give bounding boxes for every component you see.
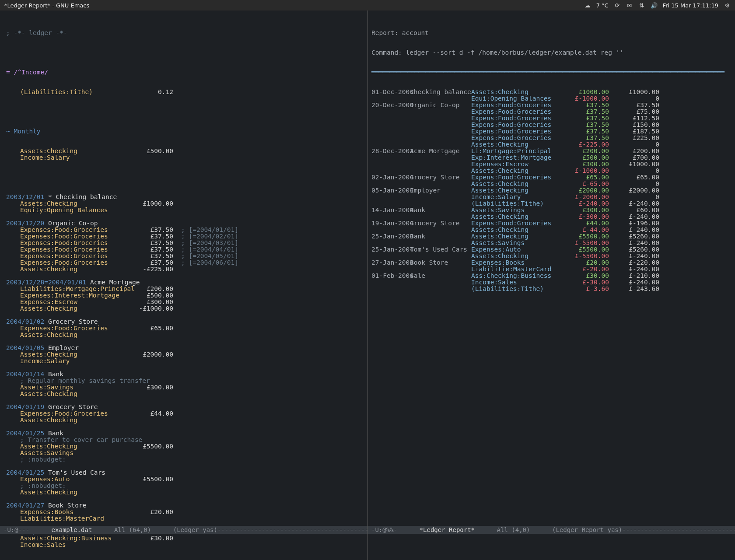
report-row: (Liabilities:Tithe)£-240.00£-240.00 [371, 200, 732, 207]
modeline-buffer: example.dat [52, 527, 92, 533]
txn-header: 2004/01/25 Bank [6, 430, 365, 437]
posting-account: Liabilities:MasterCard [20, 515, 121, 522]
posting-account: Income:Sales [20, 542, 121, 548]
report-row: Assets:Checking£-300.00£-240.00 [371, 214, 732, 220]
posting-account: Assets:Checking [20, 417, 121, 424]
posting-line: Expenses:Food:Groceries£37.50; [=2004/04… [6, 246, 365, 253]
report-balance: £-240.00 [609, 279, 659, 286]
weather-icon: ☁ [584, 2, 591, 9]
posting-amount: £300.00 [121, 384, 173, 391]
report-balance: £150.00 [609, 122, 659, 128]
posting-line: Expenses:Escrow£300.00 [6, 299, 365, 305]
editor-pane[interactable]: ; -*- ledger -*- = /^Income/ (Liabilitie… [0, 10, 368, 560]
report-amount: £-3.60 [559, 286, 609, 292]
report-balance: £5260.00 [609, 233, 659, 240]
weather-text: 7 °C [596, 2, 609, 9]
report-amount: £-20.00 [559, 266, 609, 273]
report-date: 14-Jan-2004 [371, 207, 410, 214]
report-row: 25-Jan-2004BankAssets:Checking£5500.00£5… [371, 233, 732, 240]
report-amount: £2000.00 [559, 187, 609, 194]
txn-header: 2004/01/14 Bank [6, 371, 365, 378]
report-row: Assets:Savings£-5500.00£-240.00 [371, 240, 732, 246]
report-title: Report: account [371, 30, 732, 36]
report-account: Liabilitie:MasterCard [471, 266, 559, 273]
posting-line: Assets:Checking£5500.00 [6, 443, 365, 450]
report-amount: £-300.00 [559, 214, 609, 220]
report-account: Expens:Food:Groceries [471, 128, 559, 135]
report-row: Income:Sales£-30.00£-240.00 [371, 279, 732, 286]
report-payee: Checking balance [410, 89, 471, 95]
volume-icon[interactable]: 🔊 [651, 2, 658, 9]
window-title: *Ledger Report* - GNU Emacs [4, 2, 89, 9]
report-payee: Grocery Store [410, 174, 471, 181]
posting-amount: 0.12 [121, 89, 173, 95]
posting-account: Expenses:Food:Groceries [20, 240, 121, 246]
report-date: 25-Jan-2004 [371, 246, 410, 253]
txn-header: 2004/01/27 Book Store [6, 502, 365, 509]
report-row: Income:Salary£-2000.000 [371, 194, 732, 200]
report-amount: £5500.00 [559, 246, 609, 253]
report-account: Assets:Checking [471, 141, 559, 148]
report-account: Exp:Interest:Mortgage [471, 154, 559, 161]
report-payee: Organic Co-op [410, 102, 471, 108]
posting-amount: £5500.00 [121, 443, 173, 450]
report-amount: £-1000.00 [559, 168, 609, 174]
posting-tag: ; [=2004/03/01] [173, 240, 365, 246]
report-balance: £1000.00 [609, 161, 659, 168]
report-account: Expens:Food:Groceries [471, 220, 559, 227]
report-account: Assets:Checking [471, 187, 559, 194]
report-balance: 0 [609, 168, 659, 174]
report-date: 01-Dec-2003 [371, 89, 410, 95]
report-account: Income:Salary [471, 194, 559, 200]
report-balance: £-240.00 [609, 240, 659, 246]
clock: Fri 15 Mar 17:11:19 [663, 2, 718, 9]
posting-account: (Liabilities:Tithe) [20, 89, 121, 95]
titlebar: *Ledger Report* - GNU Emacs ☁ 7 °C ⟳ ✉ ⇅… [0, 0, 735, 10]
report-amount: £37.50 [559, 108, 609, 115]
report-amount: £5500.00 [559, 233, 609, 240]
report-amount: £-5500.00 [559, 253, 609, 259]
report-amount: £-44.00 [559, 227, 609, 233]
posting-account: Expenses:Food:Groceries [20, 227, 121, 233]
report-account: Expens:Food:Groceries [471, 122, 559, 128]
report-amount: £500.00 [559, 154, 609, 161]
posting-amount: £37.50 [121, 246, 173, 253]
report-amount: £30.00 [559, 273, 609, 279]
modeline-buffer: *Ledger Report* [420, 527, 475, 533]
report-balance: £200.00 [609, 148, 659, 154]
network-icon[interactable]: ⇅ [638, 2, 645, 9]
gear-icon[interactable]: ⚙ [724, 2, 731, 9]
posting-account: Assets:Checking:Business [20, 535, 121, 542]
posting-account: Equity:Opening Balances [20, 207, 121, 214]
posting-line: Assets:Checking£2000.00 [6, 351, 365, 358]
posting-amount: £44.00 [121, 410, 173, 417]
report-row: 20-Dec-2003Organic Co-opExpens:Food:Groc… [371, 102, 732, 108]
mail-icon[interactable]: ✉ [626, 2, 633, 9]
report-amount: £-5500.00 [559, 240, 609, 246]
report-balance: £-240.00 [609, 214, 659, 220]
report-amount: £-2000.00 [559, 194, 609, 200]
report-row: Assets:Checking£-65.000 [371, 181, 732, 187]
report-balance: £-240.00 [609, 200, 659, 207]
report-amount: £-225.00 [559, 141, 609, 148]
report-balance: £-220.00 [609, 259, 659, 266]
posting-line: Expenses:Food:Groceries£37.50; [=2004/06… [6, 259, 365, 266]
posting-amount: £37.50 [121, 233, 173, 240]
posting-tag: ; [=2004/02/01] [173, 233, 365, 240]
report-balance: £-210.00 [609, 273, 659, 279]
report-balance: £-240.00 [609, 266, 659, 273]
posting-line: Expenses:Auto£5500.00 [6, 476, 365, 483]
posting-account: Assets:Checking [20, 266, 121, 273]
modeline-fill: ----------------------------------------… [217, 527, 368, 533]
report-command: Command: ledger --sort d -f /home/borbus… [371, 49, 732, 56]
posting-line: Assets:Checking [6, 332, 365, 338]
report-amount: £44.00 [559, 220, 609, 227]
report-pane[interactable]: Report: account Command: ledger --sort d… [368, 10, 735, 560]
posting-line: Income:Salary [6, 154, 365, 161]
txn-header: 2004/01/02 Grocery Store [6, 318, 365, 325]
refresh-icon[interactable]: ⟳ [614, 2, 621, 9]
report-row: Assets:Checking£-225.000 [371, 141, 732, 148]
report-row: Equi:Opening Balances£-1000.000 [371, 95, 732, 102]
posting-line: Income:Salary [6, 358, 365, 364]
report-account: Assets:Savings [471, 240, 559, 246]
